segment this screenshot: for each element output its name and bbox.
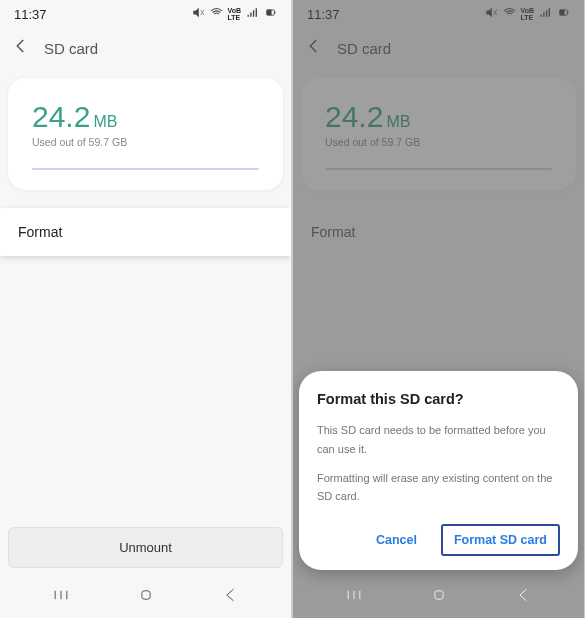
storage-progress-bar: [325, 168, 552, 170]
dialog-body-line1: This SD card needs to be formatted befor…: [317, 421, 560, 458]
svg-rect-7: [434, 591, 442, 599]
dialog-body-line2: Formatting will erase any existing conte…: [317, 469, 560, 506]
back-nav-icon[interactable]: [221, 585, 241, 609]
storage-total-label: Used out of 59.7 GB: [32, 136, 259, 148]
svg-rect-3: [141, 591, 149, 599]
storage-used-number: 24.2: [32, 100, 90, 133]
phone-screen-right: 11:37 VoBLTE SD card 24.2MB Used out: [293, 0, 584, 618]
storage-used-unit: MB: [386, 113, 410, 130]
recents-icon[interactable]: [344, 585, 364, 609]
spacer: [0, 256, 291, 519]
home-icon[interactable]: [136, 585, 156, 609]
battery-icon: [264, 6, 277, 22]
format-sd-card-button[interactable]: Format SD card: [441, 524, 560, 556]
wifi-icon: [210, 6, 223, 22]
status-bar: 11:37 VoBLTE: [0, 0, 291, 28]
recents-icon[interactable]: [51, 585, 71, 609]
format-option-label: Format: [18, 224, 62, 240]
unmount-button[interactable]: Unmount: [8, 527, 283, 568]
status-icons: VoBLTE: [485, 6, 570, 22]
home-icon[interactable]: [429, 585, 449, 609]
cancel-button[interactable]: Cancel: [376, 533, 417, 547]
svg-rect-5: [560, 10, 565, 15]
page-header: SD card: [293, 28, 584, 68]
status-icons: VoBLTE: [192, 6, 277, 22]
volte-icon: VoBLTE: [228, 7, 241, 21]
storage-usage-card: 24.2MB Used out of 59.7 GB: [301, 78, 576, 190]
svg-rect-1: [267, 10, 272, 15]
storage-total-label: Used out of 59.7 GB: [325, 136, 552, 148]
mute-icon: [485, 6, 498, 22]
storage-used-unit: MB: [93, 113, 117, 130]
navigation-bar: [293, 576, 584, 618]
dialog-title: Format this SD card?: [317, 391, 560, 407]
format-option-label: Format: [311, 224, 355, 240]
format-option[interactable]: Format: [293, 208, 584, 256]
dialog-body: This SD card needs to be formatted befor…: [317, 421, 560, 506]
back-nav-icon[interactable]: [514, 585, 534, 609]
signal-icon: [246, 6, 259, 22]
format-option[interactable]: Format: [0, 208, 291, 256]
unmount-button-label: Unmount: [119, 540, 172, 555]
storage-progress-bar: [32, 168, 259, 170]
volte-icon: VoBLTE: [521, 7, 534, 21]
wifi-icon: [503, 6, 516, 22]
storage-used-amount: 24.2MB: [325, 100, 552, 134]
format-dialog: Format this SD card? This SD card needs …: [299, 371, 578, 570]
svg-rect-6: [567, 11, 568, 13]
mute-icon: [192, 6, 205, 22]
storage-usage-card: 24.2MB Used out of 59.7 GB: [8, 78, 283, 190]
back-icon[interactable]: [12, 37, 30, 59]
phone-screen-left: 11:37 VoBLTE SD card 24.2MB Used out: [0, 0, 291, 618]
dialog-actions: Cancel Format SD card: [317, 524, 560, 556]
storage-used-number: 24.2: [325, 100, 383, 133]
status-time: 11:37: [307, 7, 340, 22]
storage-used-amount: 24.2MB: [32, 100, 259, 134]
svg-rect-2: [274, 11, 275, 13]
status-bar: 11:37 VoBLTE: [293, 0, 584, 28]
battery-icon: [557, 6, 570, 22]
navigation-bar: [0, 576, 291, 618]
back-icon[interactable]: [305, 37, 323, 59]
status-time: 11:37: [14, 7, 47, 22]
page-title: SD card: [337, 40, 391, 57]
signal-icon: [539, 6, 552, 22]
page-header: SD card: [0, 28, 291, 68]
page-title: SD card: [44, 40, 98, 57]
